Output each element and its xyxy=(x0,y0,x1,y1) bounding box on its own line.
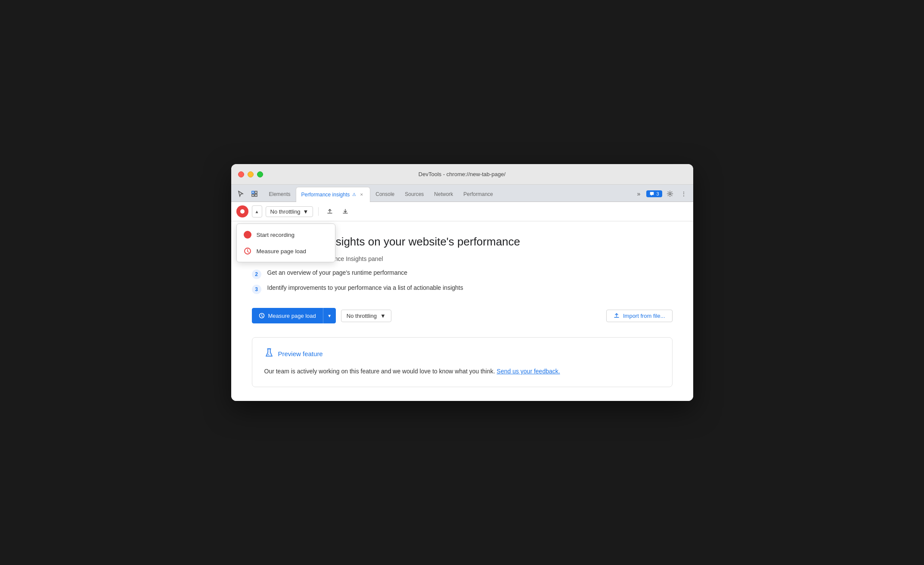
tab-sources[interactable]: Sources xyxy=(400,187,429,202)
feedback-badge[interactable]: 3 xyxy=(646,190,662,197)
import-btn-label: Import from file... xyxy=(623,313,665,319)
tab-close-button[interactable]: ✕ xyxy=(359,192,365,198)
tab-performance[interactable]: Performance xyxy=(458,187,498,202)
tab-bar: Elements Performance insights ⚠ ✕ Consol… xyxy=(231,185,693,202)
preview-feature-card: Preview feature Our team is actively wor… xyxy=(252,337,673,387)
toolbar: ▲ No throttling ▼ xyxy=(231,202,693,221)
svg-rect-2 xyxy=(252,194,254,196)
step-number-3: 3 xyxy=(252,285,261,294)
step-item-3: 3 Identify improvements to your performa… xyxy=(252,284,673,294)
preview-text: Our team is actively working on this fea… xyxy=(264,366,660,376)
tab-network[interactable]: Network xyxy=(429,187,458,202)
tab-bar-right-controls: » 3 ⋮ xyxy=(633,188,689,202)
toolbar-separator xyxy=(318,207,319,216)
dropdown-menu: Start recording Measure page load xyxy=(236,224,335,262)
record-icon xyxy=(240,209,245,214)
measure-btn-group: Measure page load ▼ xyxy=(252,308,336,323)
tab-console[interactable]: Console xyxy=(370,187,400,202)
measure-page-load-button[interactable]: Measure page load xyxy=(252,308,323,323)
tab-bar-left-icons xyxy=(235,188,260,202)
traffic-lights xyxy=(238,171,263,177)
svg-rect-1 xyxy=(255,191,257,193)
feedback-link[interactable]: Send us your feedback. xyxy=(497,368,560,375)
minimize-button[interactable] xyxy=(248,171,254,177)
measure-icon xyxy=(244,247,251,255)
steps-list: 2 Get an overview of your page's runtime… xyxy=(252,269,673,294)
more-tabs-button[interactable]: » xyxy=(633,188,645,200)
dropdown-toggle-button[interactable]: ▲ xyxy=(252,205,262,217)
preview-header: Preview feature xyxy=(264,348,660,360)
upload-button[interactable] xyxy=(324,205,336,217)
step-item-2: 2 Get an overview of your page's runtime… xyxy=(252,269,673,279)
preview-title: Preview feature xyxy=(278,350,323,357)
inspect-icon[interactable] xyxy=(248,188,260,200)
action-bar: Measure page load ▼ No throttling ▼ Imp xyxy=(252,308,673,323)
measure-page-load-item[interactable]: Measure page load xyxy=(237,243,335,259)
step-number-2: 2 xyxy=(252,270,261,279)
record-button[interactable] xyxy=(236,205,248,217)
tabs: Elements Performance insights ⚠ ✕ Consol… xyxy=(264,187,629,202)
tab-performance-insights[interactable]: Performance insights ⚠ ✕ xyxy=(296,187,371,202)
maximize-button[interactable] xyxy=(257,171,263,177)
svg-point-7 xyxy=(268,354,269,355)
more-options-button[interactable]: ⋮ xyxy=(678,188,690,200)
tab-warning-icon: ⚠ xyxy=(352,192,356,197)
flask-icon xyxy=(264,348,274,360)
tab-elements[interactable]: Elements xyxy=(264,187,296,202)
throttle-select-toolbar[interactable]: No throttling ▼ xyxy=(266,206,313,217)
step-text-2: Get an overview of your page's runtime p… xyxy=(267,269,408,276)
title-bar: DevTools - chrome://new-tab-page/ xyxy=(231,164,693,185)
devtools-content: ▲ No throttling ▼ xyxy=(231,202,693,400)
svg-rect-0 xyxy=(252,191,254,193)
svg-rect-3 xyxy=(255,194,257,196)
svg-point-4 xyxy=(669,193,671,195)
step-text-3: Identify improvements to your performanc… xyxy=(267,284,463,291)
download-button[interactable] xyxy=(339,205,351,217)
record-dot-icon xyxy=(244,231,251,239)
close-button[interactable] xyxy=(238,171,244,177)
measure-dropdown-arrow[interactable]: ▼ xyxy=(323,308,336,323)
cursor-icon[interactable] xyxy=(235,188,247,200)
devtools-window: DevTools - chrome://new-tab-page/ Elemen xyxy=(231,164,693,400)
start-recording-item[interactable]: Start recording xyxy=(237,227,335,243)
throttle-select-main[interactable]: No throttling ▼ xyxy=(341,310,391,322)
import-from-file-button[interactable]: Import from file... xyxy=(606,310,673,322)
settings-button[interactable] xyxy=(664,188,676,200)
window-title: DevTools - chrome://new-tab-page/ xyxy=(419,171,505,177)
